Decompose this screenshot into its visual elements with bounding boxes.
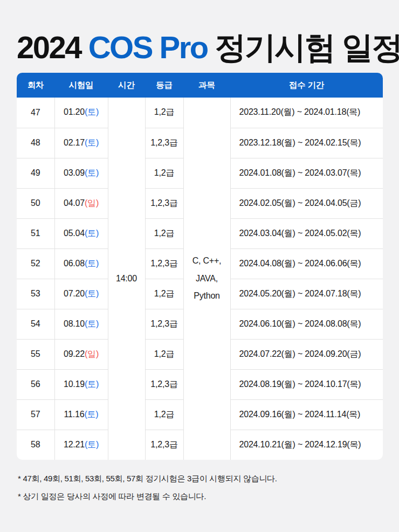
session-number: 51: [17, 218, 54, 248]
exam-date-cell: 02.17(토): [54, 128, 108, 158]
grade-levels: 1,2급: [145, 158, 183, 188]
table-header-row: 회차시험일시간등급과목접수 기간: [17, 73, 383, 98]
footnote-grade3: * 47회, 49회, 51회, 53회, 55회, 57회 정기시험은 3급이…: [18, 474, 382, 483]
grade-levels: 1,2,3급: [145, 188, 183, 218]
grade-levels: 1,2,3급: [145, 430, 183, 460]
column-header-4: 과목: [183, 73, 230, 98]
registration-period: 2023.12.18(월) ~ 2024.02.15(목): [230, 128, 383, 158]
session-number: 56: [17, 369, 54, 399]
session-number: 55: [17, 339, 54, 369]
exam-date-cell: 09.22(일): [54, 339, 108, 369]
registration-period: 2024.07.22(월) ~ 2024.09.20(금): [230, 339, 383, 369]
exam-date-cell: 03.09(토): [54, 158, 108, 188]
subject-line: JAVA,: [184, 270, 230, 288]
exam-date-cell: 05.04(토): [54, 218, 108, 248]
grade-levels: 1,2,3급: [145, 369, 183, 399]
registration-period: 2024.04.08(월) ~ 2024.06.06(목): [230, 248, 383, 279]
grade-levels: 1,2급: [145, 399, 183, 430]
exam-day-of-week: (토): [85, 138, 99, 147]
footnotes: * 47회, 49회, 51회, 53회, 55회, 57회 정기시험은 3급이…: [17, 474, 382, 501]
exam-date-cell: 12.21(토): [54, 430, 108, 460]
table-row: 4701.20(토)14:001,2급C, C++,JAVA,Python202…: [17, 98, 383, 128]
session-number: 58: [17, 430, 54, 460]
subject-line: C, C++,: [184, 252, 230, 270]
exam-date: 06.08: [64, 259, 85, 268]
exam-date: 12.21: [64, 440, 85, 449]
exam-day-of-week: (토): [85, 107, 99, 116]
exam-day-of-week: (토): [85, 168, 99, 177]
page-title: 2024 COS Pro 정기시험 일정: [17, 32, 382, 63]
column-header-2: 시간: [108, 73, 145, 98]
exam-date: 05.04: [64, 229, 85, 238]
exam-date: 07.20: [64, 289, 85, 298]
title-year: 2024: [17, 30, 88, 65]
session-number: 57: [17, 399, 54, 430]
exam-date: 08.10: [64, 319, 85, 328]
table-body: 4701.20(토)14:001,2급C, C++,JAVA,Python202…: [17, 98, 383, 460]
registration-period: 2024.10.21(월) ~ 2024.12.19(목): [230, 430, 383, 460]
exam-time: 14:00: [108, 98, 145, 460]
exam-date-cell: 01.20(토): [54, 98, 108, 128]
title-suffix: 정기시험 일정: [208, 30, 399, 65]
grade-levels: 1,2급: [145, 339, 183, 369]
registration-period: 2024.02.05(월) ~ 2024.04.05(금): [230, 188, 383, 218]
title-brand: COS Pro: [88, 30, 208, 65]
exam-day-of-week: (토): [85, 440, 99, 449]
exam-subjects: C, C++,JAVA,Python: [183, 98, 230, 460]
column-header-3: 등급: [145, 73, 183, 98]
grade-levels: 1,2,3급: [145, 248, 183, 279]
exam-date: 04.07: [64, 198, 85, 208]
registration-period: 2024.09.16(월) ~ 2024.11.14(목): [230, 399, 383, 430]
exam-date: 09.22: [64, 349, 85, 358]
grade-levels: 1,2급: [145, 279, 183, 309]
page: 2024 COS Pro 정기시험 일정 회차시험일시간등급과목접수 기간 47…: [0, 0, 399, 501]
session-number: 54: [17, 309, 54, 339]
registration-period: 2023.11.20(월) ~ 2024.01.18(목): [230, 98, 383, 128]
exam-schedule-table-wrap: 회차시험일시간등급과목접수 기간 4701.20(토)14:001,2급C, C…: [17, 73, 383, 460]
exam-day-of-week: (토): [85, 319, 99, 328]
exam-date: 01.20: [64, 107, 85, 116]
exam-date: 03.09: [64, 168, 85, 177]
exam-date: 02.17: [64, 138, 85, 147]
registration-period: 2024.01.08(월) ~ 2024.03.07(목): [230, 158, 383, 188]
exam-date-cell: 07.20(토): [54, 279, 108, 309]
exam-date-cell: 11.16(토): [54, 399, 108, 430]
registration-period: 2024.06.10(월) ~ 2024.08.08(목): [230, 309, 383, 339]
table-header: 회차시험일시간등급과목접수 기간: [17, 73, 383, 98]
grade-levels: 1,2급: [145, 98, 183, 128]
exam-day-of-week: (토): [85, 259, 99, 268]
subject-line: Python: [184, 287, 230, 305]
session-number: 47: [17, 98, 54, 128]
exam-day-of-week: (토): [85, 289, 99, 298]
registration-period: 2024.05.20(월) ~ 2024.07.18(목): [230, 279, 383, 309]
session-number: 52: [17, 248, 54, 279]
exam-date-cell: 06.08(토): [54, 248, 108, 279]
registration-period: 2024.03.04(월) ~ 2024.05.02(목): [230, 218, 383, 248]
exam-day-of-week: (일): [85, 198, 99, 208]
session-number: 50: [17, 188, 54, 218]
grade-levels: 1,2,3급: [145, 128, 183, 158]
exam-day-of-week: (토): [84, 410, 98, 419]
session-number: 48: [17, 128, 54, 158]
exam-date-cell: 04.07(일): [54, 188, 108, 218]
exam-schedule-table: 회차시험일시간등급과목접수 기간 4701.20(토)14:001,2급C, C…: [17, 73, 383, 460]
exam-date: 10.19: [64, 379, 85, 389]
column-header-1: 시험일: [54, 73, 108, 98]
session-number: 53: [17, 279, 54, 309]
exam-date-cell: 08.10(토): [54, 309, 108, 339]
session-number: 49: [17, 158, 54, 188]
column-header-0: 회차: [17, 73, 54, 98]
exam-date: 11.16: [64, 410, 85, 419]
exam-day-of-week: (토): [85, 379, 99, 389]
registration-period: 2024.08.19(월) ~ 2024.10.17(목): [230, 369, 383, 399]
exam-date-cell: 10.19(토): [54, 369, 108, 399]
exam-day-of-week: (토): [85, 229, 99, 238]
grade-levels: 1,2,3급: [145, 309, 183, 339]
footnote-change: * 상기 일정은 당사의 사정에 따라 변경될 수 있습니다.: [18, 492, 382, 501]
exam-day-of-week: (일): [85, 349, 99, 358]
column-header-5: 접수 기간: [230, 73, 383, 98]
grade-levels: 1,2급: [145, 218, 183, 248]
